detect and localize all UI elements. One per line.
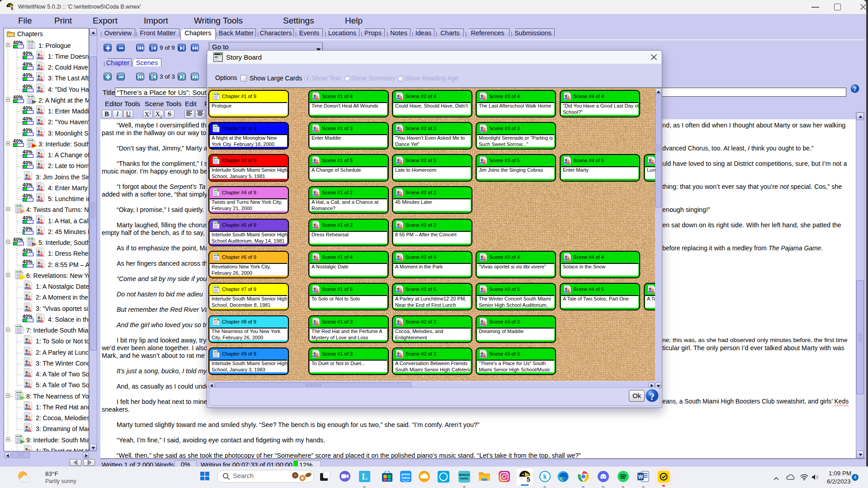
- svg-text:L: L: [362, 472, 368, 481]
- svg-text:5: 5: [527, 476, 530, 483]
- svg-text:W: W: [638, 474, 643, 479]
- svg-text:prime: prime: [401, 473, 410, 476]
- svg-text:video: video: [401, 476, 410, 479]
- svg-text:amazon: amazon: [459, 473, 470, 476]
- svg-text:music: music: [460, 477, 469, 480]
- svg-text:k: k: [543, 473, 547, 480]
- svg-text:?: ?: [854, 86, 857, 93]
- svg-text:?: ?: [650, 391, 655, 402]
- svg-text:5: 5: [11, 6, 14, 10]
